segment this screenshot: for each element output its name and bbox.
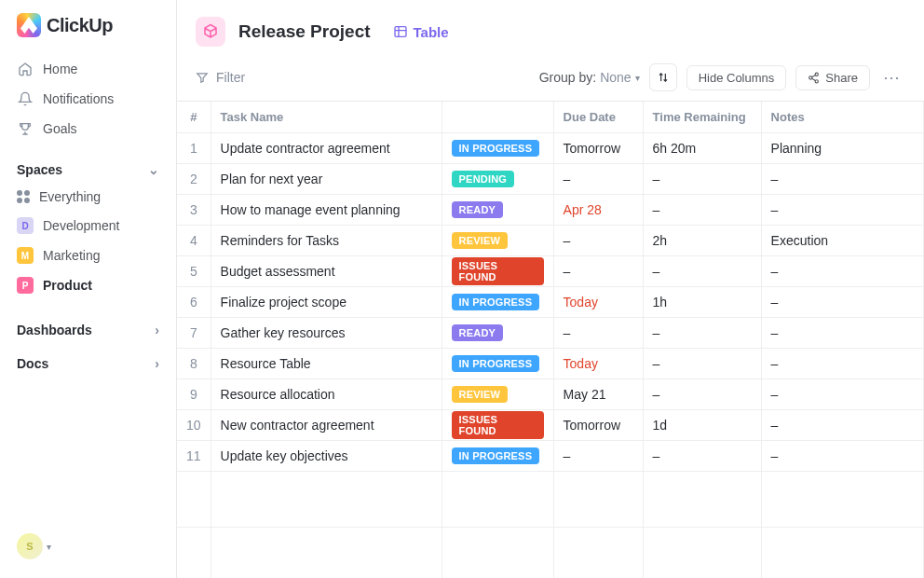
cell-name[interactable]: Update key objectives bbox=[211, 440, 442, 471]
table-row[interactable]: 5Budget assessmentISSUES FOUND––– bbox=[177, 255, 924, 286]
table-row[interactable]: 11Update key objectivesIN PROGRESS––– bbox=[177, 440, 924, 471]
cell-due[interactable]: – bbox=[553, 225, 643, 255]
cell-status[interactable]: IN PROGRESS bbox=[442, 348, 553, 378]
cell-due[interactable]: Tomorrow bbox=[553, 409, 643, 440]
spaces-header[interactable]: Spaces ⌄ bbox=[0, 149, 176, 183]
cell-status[interactable]: ISSUES FOUND bbox=[442, 409, 553, 440]
cell-name[interactable]: Plan for next year bbox=[211, 163, 442, 194]
nav-home[interactable]: Home bbox=[0, 54, 176, 84]
cell-due[interactable]: – bbox=[553, 163, 643, 194]
col-header-num[interactable]: # bbox=[177, 102, 211, 132]
cell-notes[interactable]: – bbox=[761, 409, 923, 440]
dashboards-header[interactable]: Dashboards › bbox=[0, 310, 176, 343]
sidebar-item-development[interactable]: D Development bbox=[0, 211, 176, 241]
col-header-name[interactable]: Task Name bbox=[211, 102, 442, 132]
cell-name[interactable]: Finalize project scope bbox=[211, 286, 442, 317]
cell-time[interactable]: – bbox=[643, 378, 761, 409]
user-menu[interactable]: S ▾ bbox=[0, 524, 176, 569]
cell-time[interactable]: – bbox=[643, 255, 761, 286]
cell-time[interactable]: 1h bbox=[643, 286, 761, 317]
cell-due[interactable]: May 21 bbox=[553, 378, 643, 409]
table-row[interactable]: 2Plan for next yearPENDING––– bbox=[177, 163, 924, 194]
cell-due[interactable]: Tomorrow bbox=[553, 132, 643, 163]
groupby-dropdown[interactable]: Group by: None ▾ bbox=[539, 70, 640, 85]
cell-due[interactable]: – bbox=[553, 317, 643, 348]
cell-notes[interactable]: – bbox=[761, 194, 923, 225]
cell-status[interactable]: IN PROGRESS bbox=[442, 132, 553, 163]
table-row[interactable]: 1Update contractor agreementIN PROGRESST… bbox=[177, 132, 924, 163]
cell-due[interactable]: Today bbox=[553, 286, 643, 317]
cell-notes[interactable]: – bbox=[761, 378, 923, 409]
nav-notifications[interactable]: Notifications bbox=[0, 84, 176, 114]
cell-status[interactable]: IN PROGRESS bbox=[442, 440, 553, 471]
sidebar-item-marketing[interactable]: M Marketing bbox=[0, 241, 176, 270]
cell-status[interactable]: PENDING bbox=[442, 163, 553, 194]
cell-notes[interactable]: – bbox=[761, 286, 923, 317]
col-header-status[interactable] bbox=[442, 102, 553, 132]
table-row[interactable]: 7Gather key resourcesREADY––– bbox=[177, 317, 924, 348]
cell-time[interactable]: – bbox=[643, 163, 761, 194]
groupby-label: Group by: bbox=[539, 70, 596, 85]
cell-num: 9 bbox=[177, 378, 211, 409]
cell-due[interactable]: Apr 28 bbox=[553, 194, 643, 225]
cell-time[interactable]: – bbox=[643, 317, 761, 348]
cell-name[interactable]: How to manage event planning bbox=[211, 194, 442, 225]
more-button[interactable]: ⋯ bbox=[879, 67, 905, 88]
cell-status[interactable]: IN PROGRESS bbox=[442, 286, 553, 317]
cell-time[interactable]: – bbox=[643, 348, 761, 378]
cell-notes[interactable]: – bbox=[761, 348, 923, 378]
table-row[interactable]: 4Reminders for TasksREVIEW–2hExecution bbox=[177, 225, 924, 255]
view-tab-table[interactable]: Table bbox=[384, 19, 458, 46]
status-badge: IN PROGRESS bbox=[452, 140, 540, 157]
cell-notes[interactable]: Execution bbox=[761, 225, 923, 255]
cell-name[interactable]: New contractor agreement bbox=[211, 409, 442, 440]
cell-time[interactable]: 6h 20m bbox=[643, 132, 761, 163]
table-row[interactable]: 6Finalize project scopeIN PROGRESSToday1… bbox=[177, 286, 924, 317]
cell-status[interactable]: REVIEW bbox=[442, 225, 553, 255]
sort-button[interactable] bbox=[649, 63, 677, 91]
hide-columns-button[interactable]: Hide Columns bbox=[686, 65, 787, 90]
cell-notes[interactable]: Planning bbox=[761, 132, 923, 163]
col-header-due[interactable]: Due Date bbox=[553, 102, 643, 132]
task-table: # Task Name Due Date Time Remaining Note… bbox=[177, 102, 924, 578]
cell-notes[interactable]: – bbox=[761, 317, 923, 348]
cell-name[interactable]: Resource Table bbox=[211, 348, 442, 378]
docs-header[interactable]: Docs › bbox=[0, 343, 176, 377]
table-row[interactable]: 8Resource TableIN PROGRESSToday–– bbox=[177, 348, 924, 378]
cell-due[interactable]: – bbox=[553, 255, 643, 286]
status-badge: REVIEW bbox=[452, 386, 509, 403]
cell-status[interactable]: REVIEW bbox=[442, 378, 553, 409]
project-icon bbox=[196, 17, 225, 47]
table-row[interactable]: 3How to manage event planningREADYApr 28… bbox=[177, 194, 924, 225]
chevron-right-icon: › bbox=[155, 356, 159, 371]
filter-button[interactable]: Filter bbox=[196, 70, 245, 85]
share-button[interactable]: Share bbox=[795, 65, 870, 90]
topbar: Release Project Table bbox=[177, 0, 924, 58]
table-row[interactable]: 10New contractor agreementISSUES FOUNDTo… bbox=[177, 409, 924, 440]
sidebar-item-everything[interactable]: Everything bbox=[0, 183, 176, 211]
cell-name[interactable]: Gather key resources bbox=[211, 317, 442, 348]
cell-name[interactable]: Update contractor agreement bbox=[211, 132, 442, 163]
cell-status[interactable]: READY bbox=[442, 317, 553, 348]
cell-notes[interactable]: – bbox=[761, 163, 923, 194]
cell-time[interactable]: – bbox=[643, 194, 761, 225]
cell-name[interactable]: Reminders for Tasks bbox=[211, 225, 442, 255]
col-header-time[interactable]: Time Remaining bbox=[643, 102, 761, 132]
sidebar-item-product[interactable]: P Product bbox=[0, 270, 176, 300]
cell-time[interactable]: 2h bbox=[643, 225, 761, 255]
cell-name[interactable]: Budget assessment bbox=[211, 255, 442, 286]
table-row[interactable]: 9Resource allocationREVIEWMay 21–– bbox=[177, 378, 924, 409]
cell-time[interactable]: – bbox=[643, 440, 761, 471]
col-header-notes[interactable]: Notes bbox=[761, 102, 923, 132]
cell-time[interactable]: 1d bbox=[643, 409, 761, 440]
cell-notes[interactable]: – bbox=[761, 440, 923, 471]
nav-goals[interactable]: Goals bbox=[0, 114, 176, 144]
cell-due[interactable]: – bbox=[553, 440, 643, 471]
cell-status[interactable]: ISSUES FOUND bbox=[442, 255, 553, 286]
main: Release Project Table Filter Group by: N… bbox=[177, 0, 924, 578]
cell-due[interactable]: Today bbox=[553, 348, 643, 378]
cell-name[interactable]: Resource allocation bbox=[211, 378, 442, 409]
cell-notes[interactable]: – bbox=[761, 255, 923, 286]
logo[interactable]: ClickUp bbox=[0, 13, 176, 48]
cell-status[interactable]: READY bbox=[442, 194, 553, 225]
